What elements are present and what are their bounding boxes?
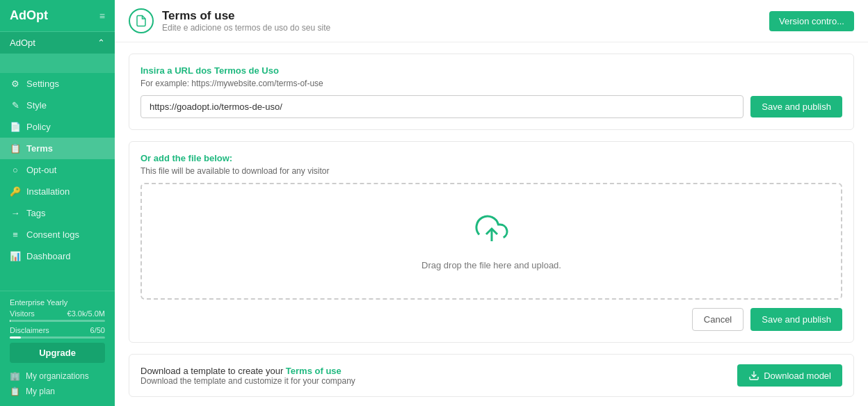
- visitors-value: €3.0k/5.0M: [67, 309, 105, 318]
- org-chevron-icon: ⌃: [97, 38, 105, 48]
- page-title-block: Terms of use Edite e adicione os termos …: [162, 9, 330, 33]
- page-title-section: Terms of use Edite e adicione os termos …: [129, 8, 330, 33]
- sidebar-item-my-plan[interactable]: 📋 My plan: [10, 384, 105, 399]
- visitors-row: Visitors €3.0k/5.0M: [10, 309, 105, 318]
- file-upload-section: Or add the file below: This file will be…: [129, 141, 854, 343]
- download-model-button[interactable]: Download model: [737, 364, 842, 387]
- dashboard-icon: 📊: [10, 251, 21, 261]
- url-section: Insira a URL dos Termos de Uso For examp…: [129, 54, 854, 130]
- download-terms-link[interactable]: Terms of use: [286, 366, 341, 376]
- sidebar-item-tags[interactable]: → Tags: [0, 202, 115, 224]
- upload-icon: [475, 212, 508, 252]
- sidebar-item-label: Policy: [26, 122, 51, 132]
- upload-text: Drag drop the file here and upload.: [421, 260, 561, 270]
- org-label: AdOpt: [10, 38, 35, 48]
- sidebar-item-dashboard[interactable]: 📊 Dashboard: [0, 245, 115, 267]
- sidebar-logo-area: AdOpt ≡: [0, 0, 115, 32]
- sidebar-bottom: Enterprise Yearly Visitors €3.0k/5.0M Di…: [0, 291, 115, 406]
- download-icon: [748, 370, 760, 381]
- terms-icon: 📋: [10, 143, 21, 154]
- sidebar: AdOpt ≡ AdOpt ⌃ ⚙ Settings ✎ Style 📄 Pol…: [0, 0, 115, 406]
- file-section-desc: This file will be available to download …: [140, 166, 842, 176]
- sidebar-item-style[interactable]: ✎ Style: [0, 95, 115, 116]
- sidebar-item-label: Consent logs: [26, 229, 79, 240]
- file-save-button[interactable]: Save and publish: [750, 308, 842, 331]
- sidebar-item-terms[interactable]: 📋 Terms: [0, 138, 115, 159]
- disclaimers-label: Disclaimers: [10, 326, 49, 334]
- sidebar-item-policy[interactable]: 📄 Policy: [0, 116, 115, 138]
- download-desc: Download the template and customize it f…: [140, 376, 355, 386]
- sidebar-item-label: Settings: [26, 79, 59, 89]
- my-plan-icon: 📋: [10, 387, 20, 396]
- download-template-section: Download a template to create your Terms…: [129, 354, 854, 397]
- page-header: Terms of use Edite e adicione os termos …: [115, 0, 868, 42]
- file-section-label: Or add the file below:: [140, 153, 842, 163]
- sidebar-item-my-organizations[interactable]: 🏢 My organizations: [10, 368, 105, 384]
- optout-icon: ○: [10, 165, 21, 175]
- sidebar-item-settings[interactable]: ⚙ Settings: [0, 73, 115, 95]
- disclaimers-value: 6/50: [90, 326, 105, 334]
- sidebar-item-label: Tags: [26, 208, 45, 218]
- page-title: Terms of use: [162, 9, 330, 23]
- logo-text: AdOpt: [10, 8, 48, 23]
- download-title: Download a template to create your Terms…: [140, 366, 355, 376]
- settings-icon: ⚙: [10, 79, 21, 89]
- style-icon: ✎: [10, 100, 21, 111]
- visitors-progress-bar: [10, 320, 105, 322]
- tags-icon: →: [10, 208, 21, 218]
- sidebar-org[interactable]: AdOpt ⌃: [0, 32, 115, 54]
- content-area: Insira a URL dos Termos de Uso For examp…: [115, 42, 868, 406]
- download-btn-label: Download model: [764, 371, 831, 381]
- sidebar-section-site: [0, 54, 115, 73]
- installation-icon: 🔑: [10, 186, 21, 197]
- disclaimers-progress-fill: [10, 336, 21, 339]
- disclaimers-progress-bar: [10, 336, 105, 339]
- visitors-label: Visitors: [10, 309, 35, 318]
- my-organizations-icon: 🏢: [10, 371, 20, 381]
- sidebar-item-optout[interactable]: ○ Opt-out: [0, 159, 115, 181]
- page-icon: [129, 8, 154, 33]
- my-organizations-label: My organizations: [26, 371, 89, 381]
- disclaimers-row: Disclaimers 6/50: [10, 326, 105, 334]
- sidebar-item-installation[interactable]: 🔑 Installation: [0, 181, 115, 202]
- url-section-desc: For example: https://mywebsite.com/terms…: [140, 79, 842, 88]
- file-cancel-button[interactable]: Cancel: [692, 308, 744, 331]
- sidebar-collapse-icon[interactable]: ≡: [99, 10, 105, 22]
- download-text-prefix: Download a template to create your: [140, 366, 283, 376]
- url-save-button[interactable]: Save and publish: [750, 96, 842, 117]
- sidebar-item-label: Opt-out: [26, 165, 56, 175]
- file-upload-dropzone[interactable]: Drag drop the file here and upload.: [140, 183, 842, 300]
- sidebar-item-label: Installation: [26, 186, 70, 197]
- visitors-progress-fill: [10, 320, 10, 322]
- upgrade-button[interactable]: Upgrade: [10, 343, 105, 363]
- sidebar-item-label: Style: [26, 100, 47, 111]
- sidebar-item-consent-logs[interactable]: ≡ Consent logs: [0, 224, 115, 245]
- terms-url-input[interactable]: [140, 95, 744, 118]
- plan-name: Enterprise Yearly: [10, 298, 105, 307]
- url-input-row: Save and publish: [140, 95, 842, 118]
- main-content: Terms of use Edite e adicione os termos …: [115, 0, 868, 406]
- page-subtitle: Edite e adicione os termos de uso do seu…: [162, 23, 330, 33]
- url-section-label: Insira a URL dos Termos de Uso: [140, 65, 842, 76]
- upload-actions: Cancel Save and publish: [140, 308, 842, 331]
- my-plan-label: My plan: [26, 387, 55, 396]
- policy-icon: 📄: [10, 122, 21, 132]
- sidebar-item-label: Terms: [26, 143, 53, 154]
- download-text-area: Download a template to create your Terms…: [140, 366, 355, 386]
- sidebar-item-label: Dashboard: [26, 251, 71, 261]
- consent-logs-icon: ≡: [10, 229, 21, 240]
- version-control-button[interactable]: Version contro...: [769, 11, 854, 31]
